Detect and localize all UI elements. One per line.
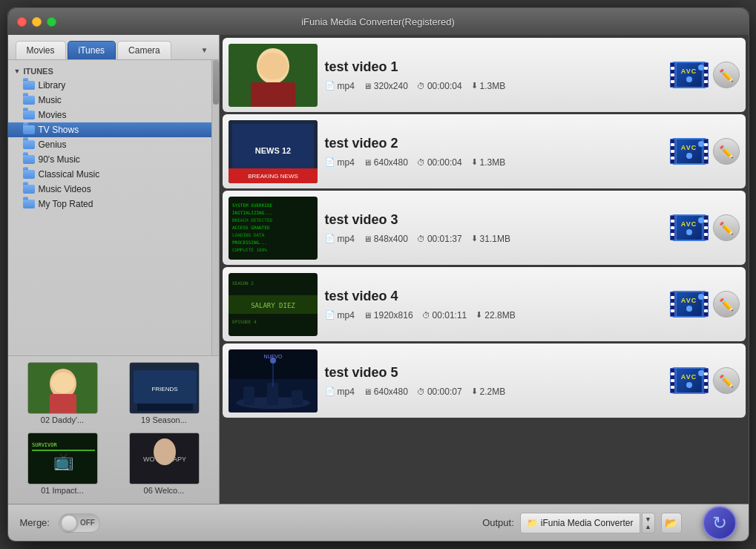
sidebar-item-label: Movies <box>39 110 67 120</box>
film-hole <box>671 386 674 389</box>
folder-icon <box>23 185 35 194</box>
tab-itunes[interactable]: iTunes <box>68 41 116 59</box>
film-hole <box>671 303 674 306</box>
video-info: test video 5 📄 mp4 🖥 640x480 ⏱ 00:00:0 <box>325 365 664 397</box>
video-duration: ⏱ 00:01:37 <box>417 234 462 244</box>
film-hole <box>671 80 674 83</box>
film-hole <box>704 143 708 146</box>
avc-convert-button[interactable]: AVC <box>671 291 707 318</box>
video-size: ⬇ 1.3MB <box>471 81 506 91</box>
file-icon: 📄 <box>325 387 335 396</box>
svg-point-18 <box>258 53 288 79</box>
avc-convert-button[interactable]: AVC <box>671 62 707 88</box>
thumbnail-item[interactable]: SURVIVOR 📺 01 Impact... <box>14 433 111 499</box>
video-duration: ⏱ 00:00:07 <box>417 387 462 397</box>
sidebar-item-90s-music[interactable]: 90's Music <box>8 152 211 167</box>
video-thumbnail <box>229 44 318 107</box>
video-thumbnail: SALARY DIEZ SEASON 2 EPISODE 4 <box>229 273 318 336</box>
sidebar-scrollbar-thumb <box>213 60 219 105</box>
svg-text:SEASON 2: SEASON 2 <box>232 280 254 286</box>
sidebar-item-label: Music Videos <box>39 184 91 194</box>
sidebar-item-my-top-rated[interactable]: My Top Rated <box>8 197 211 211</box>
sidebar-item-music[interactable]: Music <box>8 93 211 108</box>
output-dropdown-button[interactable]: ▼▲ <box>642 513 655 533</box>
sidebar-item-music-videos[interactable]: Music Videos <box>8 182 211 197</box>
sidebar-item-label: Classical Music <box>39 169 100 180</box>
monitor-icon: 🖥 <box>364 311 372 320</box>
sidebar-scrollbar[interactable] <box>211 60 219 355</box>
file-icon: 📄 <box>325 81 335 91</box>
video-resolution: 🖥 640x480 <box>364 387 408 397</box>
edit-button[interactable]: ✏️ <box>713 367 740 394</box>
convert-button[interactable]: ↻ <box>703 506 737 540</box>
avc-dot <box>686 306 692 312</box>
avc-convert-button[interactable]: AVC <box>671 214 707 241</box>
video-resolution: 🖥 1920x816 <box>364 310 413 320</box>
clock-icon: ⏱ <box>417 82 425 91</box>
edit-button[interactable]: ✏️ <box>713 291 740 318</box>
clock-icon: ⏱ <box>417 234 425 243</box>
film-side-left <box>670 292 675 317</box>
film-hole <box>704 372 708 375</box>
edit-button[interactable]: ✏️ <box>713 138 740 165</box>
folder-icon <box>23 140 35 149</box>
thumbnail-label: 06 Welco... <box>144 486 185 495</box>
sidebar-item-tv-shows[interactable]: TV Shows <box>8 122 211 137</box>
avc-text: AVC <box>681 144 697 151</box>
film-hole <box>671 73 674 76</box>
itunes-section-label: ITUNES <box>8 65 211 78</box>
svg-text:SALARY DIEZ: SALARY DIEZ <box>251 302 295 309</box>
source-tab-dropdown-icon[interactable]: ▼ <box>201 46 208 54</box>
sidebar-item-library[interactable]: Library <box>8 78 211 93</box>
file-icon: 📄 <box>325 310 335 320</box>
video-duration: ⏱ 00:00:04 <box>417 157 462 168</box>
video-format: 📄 mp4 <box>325 310 355 320</box>
maximize-button[interactable] <box>47 17 56 27</box>
edit-button[interactable]: ✏️ <box>713 62 740 88</box>
edit-button[interactable]: ✏️ <box>713 214 740 241</box>
thumbnail-item[interactable]: FRIENDS 19 Season... <box>116 362 213 428</box>
video-size: ⬇ 2.2MB <box>471 387 506 397</box>
thumbnail-item[interactable]: 02 Daddy'... <box>14 362 111 428</box>
avc-convert-button[interactable]: AVC <box>671 138 707 165</box>
tab-movies[interactable]: Movies <box>16 41 66 59</box>
sidebar-tree: ITUNES Library Music Movies <box>8 60 211 355</box>
sidebar-item-classical-music[interactable]: Classical Music <box>8 167 211 182</box>
browse-folder-icon: 📂 <box>665 517 677 529</box>
tab-camera[interactable]: Camera <box>117 41 171 59</box>
video-format: 📄 mp4 <box>325 387 355 397</box>
sidebar-item-label: Genius <box>39 139 67 150</box>
video-resolution: 🖥 640x480 <box>364 157 408 168</box>
sidebar-item-genius[interactable]: Genius <box>8 137 211 152</box>
avc-icon: AVC <box>670 368 709 393</box>
film-hole <box>671 67 674 70</box>
sidebar-item-label: My Top Rated <box>39 199 93 209</box>
avc-convert-button[interactable]: AVC <box>671 367 707 394</box>
main-window: iFunia Media Converter(Registered) Movie… <box>7 7 749 542</box>
close-button[interactable] <box>17 17 27 27</box>
table-row: NUEVO test video 5 📄 mp4 🖥 640x480 <box>223 343 746 418</box>
svg-text:PROCESSING...: PROCESSING... <box>232 240 267 245</box>
thumbnail-item[interactable]: WOTHERAPY 06 Welco... <box>116 433 213 499</box>
film-hole <box>704 303 708 306</box>
output-select-wrap: 📁 iFunia Media Converter ▼▲ <box>520 513 655 533</box>
film-hole <box>671 150 674 153</box>
sidebar-item-label: 90's Music <box>39 154 80 165</box>
avc-dot <box>686 229 692 235</box>
film-hole <box>704 150 708 153</box>
svg-point-14 <box>154 438 176 465</box>
merge-toggle[interactable]: OFF <box>59 513 100 533</box>
film-hole <box>671 309 674 312</box>
video-meta: 📄 mp4 🖥 640x480 ⏱ 00:00:04 ⬇ <box>325 157 664 168</box>
avc-text: AVC <box>681 68 697 75</box>
svg-text:📺: 📺 <box>53 451 73 471</box>
browse-folder-button[interactable]: 📂 <box>661 513 682 533</box>
video-actions: AVC ✏️ <box>671 62 740 88</box>
minimize-button[interactable] <box>32 17 42 27</box>
bottom-bar: Merge: OFF Output: 📁 iFunia Media Conver… <box>8 504 749 541</box>
video-actions: AVC ✏️ <box>671 367 740 394</box>
sidebar-item-movies[interactable]: Movies <box>8 108 211 122</box>
film-side-left <box>670 368 675 393</box>
itunes-tree: ITUNES Library Music Movies <box>8 60 211 216</box>
video-thumbnail: SYSTEM OVERRIDE INITIALIZING... BREACH D… <box>229 197 318 260</box>
